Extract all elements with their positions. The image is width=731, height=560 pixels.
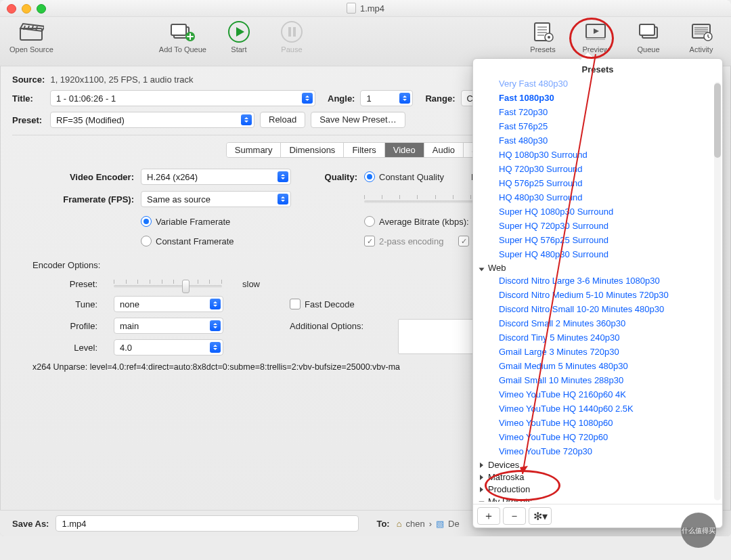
preview-button[interactable]: Preview [575,21,616,53]
svg-rect-7 [293,27,296,37]
reload-button[interactable]: Reload [260,112,305,128]
turbo-checkbox [458,236,469,246]
home-icon: ⌂ [397,519,402,529]
preset-item[interactable]: Discord Nitro Small 10-20 Minutes 480p30 [479,302,717,316]
preset-item[interactable]: Vimeo YouTube HQ 1440p60 2.5K [479,402,717,416]
twopass-checkbox [364,236,375,246]
preset-item[interactable]: Super HQ 1080p30 Surround [479,204,717,219]
gear-icon: ✻ [533,510,542,523]
preset-item[interactable]: Super HQ 720p30 Surround [479,219,717,233]
presets-icon [529,21,556,43]
variable-framerate-radio[interactable]: Variable Framerate [141,216,303,227]
preset-item[interactable]: HQ 1080p30 Surround [479,148,717,162]
play-icon [225,21,252,43]
save-new-preset-button[interactable]: Save New Preset… [311,112,405,128]
preset-item[interactable]: Fast 576p25 [479,119,717,133]
preset-item[interactable]: Super HQ 480p30 Surround [479,247,717,261]
preset-category-matroska[interactable]: Matroska [479,471,717,483]
to-label: To: [376,519,389,529]
preset-item[interactable]: Fast 480p30 [479,133,717,148]
preset-item[interactable]: Discord Nitro Medium 5-10 Minutes 720p30 [479,288,717,302]
fast-decode-checkbox[interactable] [290,299,301,309]
tune-select[interactable]: none [114,296,223,312]
preset-category-devices[interactable]: Devices [479,458,717,471]
document-icon [347,3,356,14]
svg-point-5 [282,22,302,42]
additional-options-label: Additional Options: [290,321,391,331]
preset-item[interactable]: HQ 720p30 Surround [479,162,717,176]
preset-item[interactable]: Gmail Small 10 Minutes 288p30 [479,373,717,387]
presets-toolbar-button[interactable]: Presets [523,21,563,53]
preset-remove-button[interactable]: － [503,507,526,525]
start-button[interactable]: Start [219,21,259,53]
save-as-input[interactable]: 1.mp4 [56,515,359,532]
preset-item[interactable]: Discord Small 2 Minutes 360p30 [479,316,717,330]
average-bitrate-radio[interactable]: Average Bitrate (kbps): [364,216,469,227]
activity-button[interactable]: Activity [681,21,722,53]
preset-item[interactable]: Gmail Medium 5 Minutes 480p30 [479,359,717,373]
queue-icon [635,21,662,43]
framerate-label: Framerate (FPS): [26,194,134,204]
constant-framerate-radio[interactable]: Constant Framerate [141,236,303,246]
preset-item[interactable]: Discord Nitro Large 3-6 Minutes 1080p30 [479,274,717,288]
zoom-window-icon[interactable] [37,4,46,14]
presets-list[interactable]: Very Fast 480p30Fast 1080p30Fast 720p30F… [479,79,717,502]
destination-breadcrumb[interactable]: ⌂ chen › ▧ De [397,519,460,529]
titlebar: 1.mp4 [0,0,731,17]
profile-label: Profile: [32,321,97,331]
pause-icon [278,21,305,43]
preset-category-production[interactable]: Production [479,483,717,495]
preset-item[interactable]: Fast 720p30 [479,105,717,119]
constant-quality-radio[interactable]: Constant Quality [364,171,444,182]
preset-item[interactable]: Fast 1080p30 [479,91,717,105]
enc-preset-slider[interactable] [114,277,222,290]
svg-rect-6 [288,27,291,37]
presets-title: Presets [473,59,722,79]
preset-select[interactable]: RF=35 (Modified) [50,112,254,128]
preset-item[interactable]: Very Fast 480p30 [479,79,717,91]
profile-select[interactable]: main [114,318,223,334]
video-encoder-select[interactable]: H.264 (x264) [141,169,291,185]
source-label: Source: [12,74,45,85]
framerate-select[interactable]: Same as source [141,191,291,207]
angle-select[interactable]: 1 [360,90,413,106]
preset-gear-button[interactable]: ✻▾ [529,507,552,525]
level-label: Level: [32,343,97,353]
preset-label: Preset: [12,115,45,125]
title-select[interactable]: 1 - 01:06:26 - 1 [50,90,315,106]
folder-icon: ▧ [436,519,444,529]
watermark: 什么值得买 [681,513,716,548]
tab-video[interactable]: Video [385,143,424,157]
activity-icon [688,21,715,43]
queue-button[interactable]: Queue [628,21,669,53]
tune-label: Tune: [32,299,97,309]
tab-audio[interactable]: Audio [424,143,464,157]
preset-item[interactable]: Vimeo YouTube 720p30 [479,444,717,458]
close-window-icon[interactable] [7,4,16,14]
window-title: 1.mp4 [360,3,384,14]
video-encoder-label: Video Encoder: [26,172,134,182]
open-source-button[interactable]: Open Source [9,21,53,53]
preset-item[interactable]: Vimeo YouTube HQ 720p60 [479,430,717,444]
preset-category-my-presets[interactable]: My Presets [479,495,717,502]
preset-item[interactable]: Gmail Large 3 Minutes 720p30 [479,345,717,359]
add-to-queue-button[interactable]: Add To Queue [159,21,206,53]
level-select[interactable]: 4.0 [114,339,223,356]
queue-add-icon [169,21,196,43]
tabs: Summary Dimensions Filters Video Audio S… [226,142,505,158]
tab-dimensions[interactable]: Dimensions [281,143,344,157]
preset-category-web[interactable]: Web [479,261,717,274]
preset-item[interactable]: Super HQ 576p25 Surround [479,233,717,247]
clapperboard-icon [18,21,45,43]
preset-item[interactable]: Discord Tiny 5 Minutes 240p30 [479,330,717,345]
tab-summary[interactable]: Summary [227,143,282,157]
preset-item[interactable]: HQ 480p30 Surround [479,190,717,204]
preset-add-button[interactable]: ＋ [477,507,500,525]
preset-item[interactable]: HQ 576p25 Surround [479,176,717,190]
preset-item[interactable]: Vimeo YouTube HQ 1080p60 [479,416,717,430]
presets-popover: Presets Very Fast 480p30Fast 1080p30Fast… [472,58,723,528]
preset-item[interactable]: Vimeo YouTube HQ 2160p60 4K [479,387,717,402]
tab-filters[interactable]: Filters [344,143,384,157]
quality-label: Quality: [310,172,357,182]
minimize-window-icon[interactable] [22,4,31,14]
